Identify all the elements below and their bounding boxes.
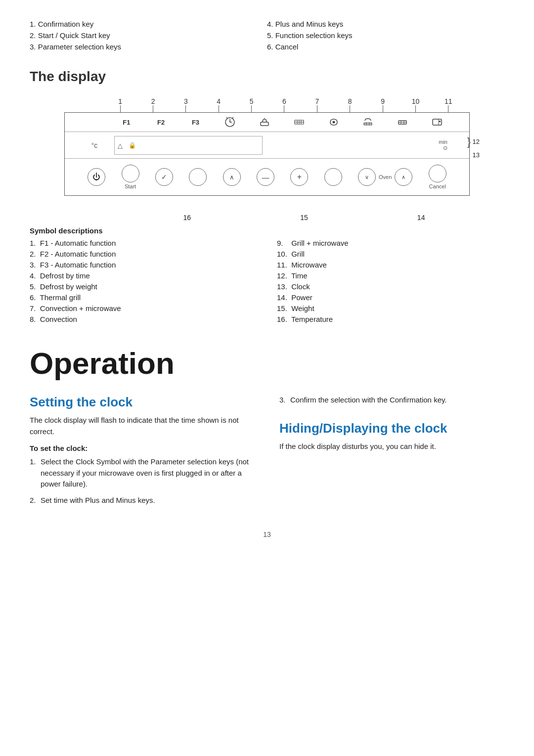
power-button[interactable]: ⏻ [88,168,105,186]
oven-selector-group: ∨ Oven ∧ [358,168,412,186]
svg-rect-3 [261,122,268,126]
sym-item-6: 6. Thermal grill [30,293,257,302]
diag-num-6: 6 [268,97,301,105]
diag-num-7: 7 [301,97,333,105]
top-list-left: Confirmation key Start / Quick Start key… [30,20,267,54]
param-up-button[interactable]: ∧ [223,168,241,186]
hiding-clock-title: Hiding/Displaying the clock [279,421,504,436]
icon-thermal-grill [282,117,316,128]
cancel-label: Cancel [429,183,446,189]
diag-num-2: 2 [136,97,169,105]
sym-item-3: 3. F3 - Automatic function [30,261,257,269]
svg-line-2 [232,117,233,118]
sym-item-13: 13. Clock [277,282,504,291]
sym-item-1: 1. F1 - Automatic function [30,239,257,247]
list-item-1: Confirmation key [30,20,267,28]
setting-clock-body: The clock display will flash to indicate… [30,415,255,437]
icon-f3: F3 [178,119,213,126]
param-up-group: ∧ [223,168,241,186]
diag-num-3: 3 [170,97,202,105]
list-item-4: Plus and Minus keys [267,20,504,28]
cancel-button[interactable] [429,165,446,182]
diag-num-14: 14 [417,214,425,222]
list-item-2: Start / Quick Start key [30,31,267,40]
diag-num-9: 9 [366,97,399,105]
icon-grill-microwave [351,117,386,128]
side-label-12: 12 [473,138,480,145]
symbol-title: Symbol descriptions [30,226,504,235]
display-diagram-wrapper: 1 2 3 4 5 6 7 8 9 10 11 F1 F2 F3 [54,94,480,196]
diagram-number-labels-top: 1 2 3 4 5 6 7 8 9 10 11 [54,94,480,105]
step-2: Set time with Plus and Minus keys. [30,495,255,506]
icon-grill [385,117,420,128]
up-button[interactable] [189,168,207,186]
step-3: Confirm the selection with the Confirmat… [279,395,504,406]
diag-num-1: 1 [104,97,136,105]
list-item-3: Parameter selection keys [30,43,267,51]
diagram-number-labels-bottom: 16 15 14 [30,211,504,226]
middle-display-row: °c △ 🔒 min ⊙ [65,132,469,159]
step-1: Select the Clock Symbol with the Paramet… [30,456,255,490]
list-item-5: Function selection keys [267,31,504,40]
symbol-columns: 1. F1 - Automatic function 2. F2 - Autom… [30,239,504,326]
set-clock-step3-list: Confirm the selection with the Confirmat… [279,395,504,406]
content-columns: Setting the clock The clock display will… [30,395,504,511]
hiding-clock-body: If the clock display disturbs you, you c… [279,441,504,452]
sym-item-5: 5. Defrost by weight [30,282,257,291]
diag-num-4: 4 [202,97,235,105]
sym-item-11: 11. Microwave [277,261,504,269]
to-set-clock-label: To set the clock: [30,444,255,452]
top-numbered-lists: Confirmation key Start / Quick Start key… [30,20,504,54]
clock-icon-indicator: ⊙ [443,145,447,151]
display-section-title: The display [30,69,504,85]
diag-num-11: 11 [432,97,465,105]
up-button-group [189,168,207,186]
start-button-group: Start [122,165,139,189]
sym-item-2: 2. F2 - Automatic function [30,250,257,258]
symbol-descriptions-section: Symbol descriptions 1. F1 - Automatic fu… [30,226,504,326]
sym-item-14: 14. Power [277,293,504,302]
oven-up-button[interactable]: ∧ [395,168,412,186]
lock-indicator: 🔒 [129,142,136,149]
plus-button[interactable]: + [290,168,308,186]
set-clock-steps: Select the Clock Symbol with the Paramet… [30,456,255,506]
min-label: min [439,139,447,145]
diag-num-16: 16 [183,214,191,222]
display-diagram: F1 F2 F3 [64,112,470,196]
minus-button-group: — [257,168,274,186]
svg-rect-21 [439,121,441,122]
oven-down-button[interactable]: ∨ [358,168,376,186]
mode-down-button[interactable] [324,168,342,186]
operation-title: Operation [30,346,504,381]
sym-item-10: 10. Grill [277,250,504,258]
list-item-6: Cancel [267,43,504,51]
sym-item-8: 8. Convection [30,315,257,323]
symbol-col-left: 1. F1 - Automatic function 2. F2 - Autom… [30,239,257,326]
start-label: Start [125,183,136,189]
icon-convection-microwave [316,117,351,128]
side-label-13: 13 [473,151,480,159]
icon-defrost-time [213,117,247,128]
symbol-col-right: 9. Grill + microwave 10. Grill 11. Micro… [277,239,504,326]
icon-row: F1 F2 F3 [65,113,469,132]
right-content-col: Confirm the selection with the Confirmat… [279,395,504,511]
minus-button[interactable]: — [257,168,274,186]
icon-f1: F1 [109,119,144,126]
start-button[interactable] [122,165,139,182]
setting-clock-title: Setting the clock [30,395,255,410]
plus-button-group: + [290,168,308,186]
cancel-button-group: Cancel [429,165,446,189]
top-list-right: Plus and Minus keys Function selection k… [267,20,504,54]
power-button-group: ⏻ [88,168,105,186]
svg-point-10 [332,121,335,124]
sym-item-12: 12. Time [277,271,504,280]
sym-item-7: 7. Convection + microwave [30,304,257,312]
confirm-button[interactable]: ✓ [155,168,173,186]
diag-num-8: 8 [334,97,366,105]
left-content-col: Setting the clock The clock display will… [30,395,255,511]
mode-down-group [324,168,342,186]
diag-num-15: 15 [300,214,308,222]
sym-item-16: 16. Temperature [277,315,504,323]
button-row: ⏻ Start ✓ ∧ — + [65,159,469,195]
confirm-button-group: ✓ [155,168,173,186]
